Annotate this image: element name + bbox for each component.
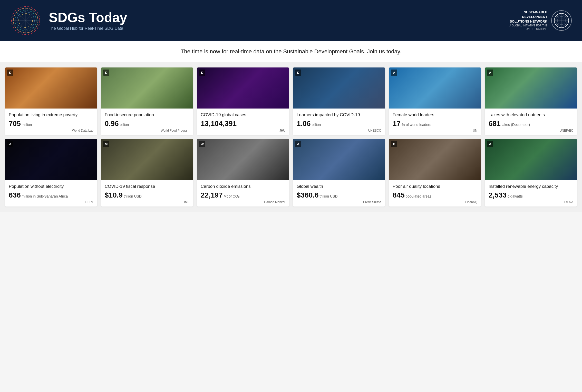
- card-image-bg: [197, 67, 289, 109]
- card-value: 681 lakes (December): [489, 120, 573, 128]
- header: SDGs Today The Global Hub for Real-Time …: [0, 0, 582, 41]
- card-value: 2,533 gigawatts: [489, 191, 573, 199]
- card-badge: D: [7, 70, 13, 76]
- card-source: World Data Lab: [72, 129, 93, 132]
- card-title: Lakes with elevated nutrients: [489, 112, 573, 118]
- card-image-bg: [389, 67, 481, 109]
- card-item[interactable]: A Female world leaders 17 % of world lea…: [389, 67, 481, 135]
- card-footer: IRENA: [489, 200, 573, 204]
- card-item[interactable]: A Installed renewable energy capacity 2,…: [485, 139, 577, 207]
- card-body: COVID-19 fiscal response $10.9 trillion …: [101, 180, 193, 207]
- card-badge: D: [391, 141, 397, 147]
- sdsn-logo: [551, 10, 572, 31]
- card-image: D: [293, 67, 385, 109]
- card-body: Learners impacted by COVID-19 1.06 billi…: [293, 109, 385, 135]
- card-value: 17 % of world leaders: [393, 120, 477, 128]
- card-body: Female world leaders 17 % of world leade…: [389, 109, 481, 135]
- card-source: OpenAQ: [465, 200, 477, 204]
- card-item[interactable]: A Global wealth $360.6 trillion USD Cred…: [293, 139, 385, 207]
- card-value: 22,197 Mt of CO₂: [201, 191, 285, 199]
- card-value: $360.6 trillion USD: [297, 191, 381, 199]
- card-value: 0.96 billion: [105, 120, 189, 128]
- card-image: M: [101, 139, 193, 180]
- card-image-bg: [293, 139, 385, 180]
- header-right: SUSTAINABLE DEVELOPMENT SOLUTIONS NETWOR…: [506, 10, 572, 31]
- card-footer: UNESCO: [297, 129, 381, 132]
- card-source: World Food Program: [161, 129, 189, 132]
- sdg-logo: [10, 5, 41, 36]
- card-value: 636 million in Sub-Saharan Africa: [9, 191, 93, 199]
- card-image: D: [389, 139, 481, 180]
- card-footer: World Food Program: [105, 129, 189, 132]
- card-body: Installed renewable energy capacity 2,53…: [485, 180, 577, 207]
- card-source: JHU: [279, 129, 285, 132]
- card-item[interactable]: W Carbon dioxide emissions 22,197 Mt of …: [197, 139, 289, 207]
- card-source: UNESCO: [368, 129, 381, 132]
- card-item[interactable]: D Poor air quality locations 845 populat…: [389, 139, 481, 207]
- card-body: Food-insecure population 0.96 billion Wo…: [101, 109, 193, 135]
- card-body: Carbon dioxide emissions 22,197 Mt of CO…: [197, 180, 289, 207]
- card-item[interactable]: D Food-insecure population 0.96 billion …: [101, 67, 193, 135]
- card-image-bg: [5, 67, 97, 109]
- card-badge: D: [103, 70, 109, 76]
- card-item[interactable]: A Lakes with elevated nutrients 681 lake…: [485, 67, 577, 135]
- card-image-bg: [5, 139, 97, 180]
- card-title: Population living in extreme poverty: [9, 112, 93, 118]
- card-image: W: [197, 139, 289, 180]
- card-item[interactable]: D Population living in extreme poverty 7…: [5, 67, 97, 135]
- card-value: 845 populated areas: [393, 191, 477, 199]
- card-image-bg: [101, 67, 193, 109]
- card-title: Female world leaders: [393, 112, 477, 118]
- card-footer: World Data Lab: [9, 129, 93, 132]
- card-image: A: [293, 139, 385, 180]
- card-footer: Credit Suisse: [297, 200, 381, 204]
- card-value: 705 million: [9, 120, 93, 128]
- card-title: Carbon dioxide emissions: [201, 184, 285, 189]
- header-left: SDGs Today The Global Hub for Real-Time …: [10, 5, 127, 36]
- card-title: COVID-19 fiscal response: [105, 184, 189, 189]
- card-item[interactable]: A Population without electricity 636 mil…: [5, 139, 97, 207]
- card-body: Lakes with elevated nutrients 681 lakes …: [485, 109, 577, 135]
- card-badge: A: [487, 70, 493, 76]
- sdsn-label: SUSTAINABLE DEVELOPMENT SOLUTIONS NETWOR…: [506, 10, 547, 31]
- card-image: A: [389, 67, 481, 109]
- card-title: Population without electricity: [9, 184, 93, 189]
- card-image-bg: [293, 67, 385, 109]
- card-source: FEEM: [85, 200, 93, 204]
- card-source: IRENA: [564, 200, 573, 204]
- card-title: Learners impacted by COVID-19: [297, 112, 381, 118]
- card-value: 1.06 billion: [297, 120, 381, 128]
- card-footer: UNEP/EC: [489, 129, 573, 132]
- card-image-bg: [485, 139, 577, 180]
- card-footer: IMF: [105, 200, 189, 204]
- card-image: D: [5, 67, 97, 109]
- card-footer: UN: [393, 129, 477, 132]
- card-image-bg: [101, 139, 193, 180]
- card-item[interactable]: M COVID-19 fiscal response $10.9 trillio…: [101, 139, 193, 207]
- card-value: 13,104,391: [201, 120, 285, 128]
- card-footer: FEEM: [9, 200, 93, 204]
- card-image: D: [101, 67, 193, 109]
- card-image-bg: [485, 67, 577, 109]
- card-image: A: [485, 67, 577, 109]
- app-title: SDGs Today: [49, 10, 127, 25]
- card-title: Global wealth: [297, 184, 381, 189]
- card-body: COVID-19 global cases 13,104,391 JHU: [197, 109, 289, 135]
- card-badge: A: [295, 141, 301, 147]
- card-title: COVID-19 global cases: [201, 112, 285, 118]
- card-badge: A: [7, 141, 13, 147]
- card-item[interactable]: D Learners impacted by COVID-19 1.06 bil…: [293, 67, 385, 135]
- card-badge: A: [487, 141, 493, 147]
- card-image: D: [197, 67, 289, 109]
- card-title: Poor air quality locations: [393, 184, 477, 189]
- card-item[interactable]: D COVID-19 global cases 13,104,391 JHU: [197, 67, 289, 135]
- card-image: A: [485, 139, 577, 180]
- card-value: $10.9 trillion USD: [105, 191, 189, 199]
- card-title: Installed renewable energy capacity: [489, 184, 573, 189]
- card-badge: M: [103, 141, 109, 147]
- card-body: Population living in extreme poverty 705…: [5, 109, 97, 135]
- card-image-bg: [197, 139, 289, 180]
- card-body: Global wealth $360.6 trillion USD Credit…: [293, 180, 385, 207]
- card-image-bg: [389, 139, 481, 180]
- card-source: Carbon Monitor: [264, 200, 285, 204]
